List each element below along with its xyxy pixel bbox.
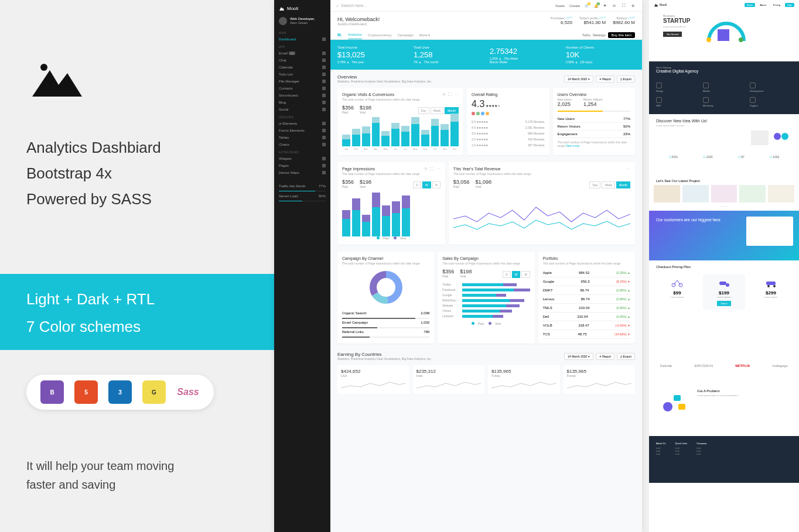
svg-point-19 [773,285,776,287]
avatar [279,17,287,25]
tab-analytics[interactable]: Analytics [348,30,362,39]
export-button[interactable]: ⎙ Export [617,353,635,360]
avatar-dot [472,112,475,115]
topbar: ⌕ Search here... Notes Create 🛒0 🔔4 ⚑ ✉ … [330,0,642,12]
settings-icon[interactable]: ⚙ [631,4,636,8]
sidebar-item[interactable]: Pages [274,162,330,169]
sidebar-item-dashboard[interactable]: Dashboard [274,36,330,43]
feature-icon [750,83,756,88]
sidebar-item[interactable]: Todo List [274,71,330,78]
svg-rect-21 [674,395,681,401]
export-button[interactable]: ⎙ Export [617,75,635,83]
footer-line2: faster and saving [26,475,174,494]
report-button[interactable]: ✈ Report [596,353,614,360]
search-input[interactable]: ⌕ Search here... [336,4,367,8]
nav-btn[interactable]: Home [745,3,756,7]
donut-chart [368,270,404,305]
thumbnails-panel: Mooli HomeAboutPricingSign Business STAR… [649,0,799,532]
svg-point-8 [706,37,711,42]
tab-crypto[interactable]: Cryptocurrency [368,31,392,39]
users-card: Users Overview New Users2,025 Return Vis… [553,88,635,155]
stat-cards: Total Income$13,0253.78% ▲This yearTotal… [330,40,642,70]
expand-icon[interactable]: ⛶ [448,92,452,97]
create-link[interactable]: Create [569,4,580,8]
sidebar-item[interactable]: Widgets [274,155,330,162]
sidebar-item[interactable]: Social [274,106,330,113]
svg-marker-1 [32,70,82,97]
sidebar-item[interactable]: Charts [274,141,330,148]
page-header: Hi, Welcomeback! JustDo Dashboard, Purch… [330,12,642,30]
project-thumb[interactable] [654,185,680,202]
sidebar-item[interactable]: ui Elements [274,120,330,127]
thumb-discover: Discover New Idea With Us! Lorem ipsum d… [649,114,799,176]
report-button[interactable]: ✈ Report [596,75,614,83]
flag-icon[interactable]: ⚑ [603,4,608,8]
svg-rect-15 [719,282,726,285]
price-card[interactable]: $199 Lorem ipsum Select [703,274,745,310]
gauge-icon [322,37,326,41]
expand-icon[interactable]: ⛶ [622,4,627,8]
greeting: Hi, Welcomeback! [337,16,380,22]
message-icon[interactable]: ✉ [613,4,617,8]
sidebar-item[interactable]: Forms Elements [274,127,330,134]
sidebar-brand[interactable]: Mooli [274,3,330,13]
sidebar-item[interactable]: Contacts [274,85,330,92]
feature-icon [656,97,662,103]
buy-button[interactable]: Buy this item [608,32,635,38]
todo-link[interactable]: ToDo [582,33,590,37]
refresh-icon[interactable]: ⟳ [424,167,428,171]
sidebar-item[interactable]: Tables [274,134,330,141]
expand-icon[interactable]: ⛶ [430,167,434,171]
thumb-projects: Let's See Our Latest Project • • • • • [649,176,799,211]
project-thumb[interactable] [739,185,766,202]
svg-rect-22 [678,404,685,410]
promo-panel: Analytics Dashbiard Bootstrap 4x Powered… [0,0,274,532]
settings-link[interactable]: Settings [593,33,606,37]
select-button[interactable]: Select [717,301,730,306]
sidebar-item[interactable]: File Manager [274,78,330,85]
price-card[interactable]: $299 Lorem ipsum [750,274,792,310]
tab-more[interactable]: More ▾ [419,30,430,39]
period-toggle[interactable]: D W M [503,271,530,278]
sidebar-item[interactable]: Chat [274,57,330,64]
notes-link[interactable]: Notes [555,4,565,8]
sidebar-item[interactable]: Blog [274,99,330,106]
period-toggle[interactable]: D W M [413,181,441,188]
feature-icon [750,97,756,103]
overview-title: Overview [337,74,432,80]
view-more-link[interactable]: View more [566,144,580,147]
more-icon[interactable]: ⋯ [626,167,630,171]
project-thumb[interactable] [768,185,794,202]
date-picker[interactable]: 14 March 2020 ▾ [564,353,593,360]
price-card[interactable]: $99 Lorem ipsum [656,274,698,310]
more-icon[interactable]: ⋯ [455,92,459,97]
cta-button[interactable]: Get Started [663,32,682,37]
brand-logo [26,59,85,99]
section-main: MAIN [274,29,330,36]
section-app: APP [274,43,330,50]
svg-rect-10 [751,131,769,145]
sidebar-item[interactable]: Calendar [274,64,330,71]
sidebar-item[interactable]: jVector Maps [274,169,330,176]
sales-card: Sales By Campaign The total number of Pa… [438,252,534,344]
sidebar: Mooli Web Developer, Alan Green MAIN Das… [274,0,330,532]
testimonial-card [746,217,793,246]
project-thumb[interactable] [711,185,737,202]
impressions-card: Page ImpressionsThe total number of Page… [337,162,445,245]
project-thumb[interactable] [682,185,709,202]
cart-icon[interactable]: 🛒0 [585,4,589,8]
svg-point-12 [781,133,788,140]
sidebar-item[interactable]: Scrumboard [274,92,330,99]
sidebar-item[interactable]: Email 12 [274,50,330,57]
revenue-chart [453,195,630,236]
overview-head: Overview Statistics, Predictive Analytic… [330,70,642,84]
tab-campaign[interactable]: Campaign [397,31,413,39]
refresh-icon[interactable]: ⟳ [442,92,446,97]
promo-footer: It will help your team moving faster and… [26,457,174,494]
more-icon[interactable]: ⋯ [436,167,441,171]
main-content: ⌕ Search here... Notes Create 🛒0 🔔4 ⚑ ✉ … [330,0,642,532]
date-picker[interactable]: 14 March 2020 ▾ [564,75,593,83]
bell-icon[interactable]: 🔔4 [594,4,599,8]
sidebar-user[interactable]: Web Developer, Alan Green [274,13,330,29]
period-toggle[interactable]: Day Week Month [589,181,630,188]
